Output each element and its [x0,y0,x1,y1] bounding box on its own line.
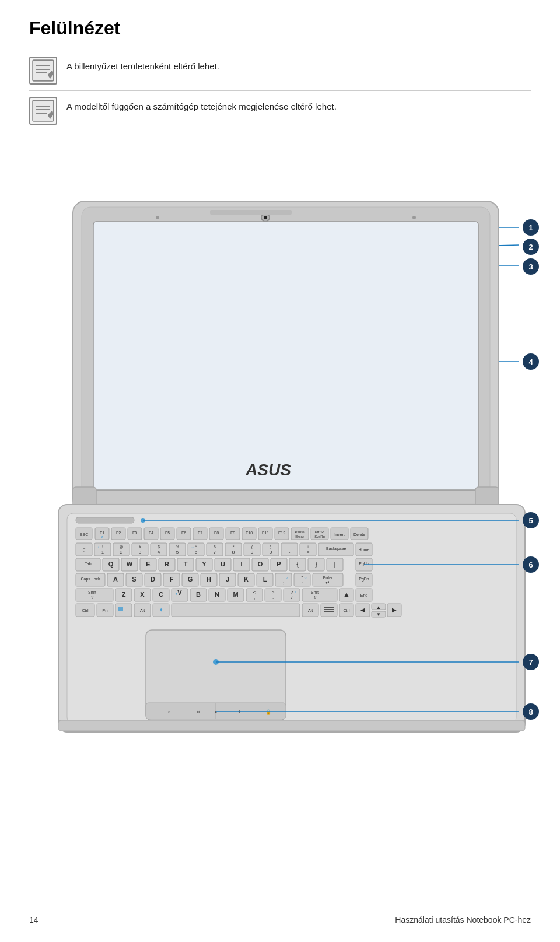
svg-marker-10 [48,111,54,119]
svg-text:W: W [127,561,133,568]
svg-text:): ) [270,545,271,549]
svg-text:Alt: Alt [308,608,313,612]
svg-text:4: 4 [528,358,533,366]
svg-text:5: 5 [528,516,533,525]
svg-text:Q: Q [108,561,114,568]
svg-text::: : [283,575,284,580]
svg-rect-240 [324,607,334,608]
svg-text:6: 6 [528,561,533,569]
svg-text:}: } [315,561,317,568]
svg-text:End: End [360,593,368,597]
svg-text:A: A [113,576,118,583]
svg-text:8: 8 [232,549,235,555]
diagram-area: 1 2 3 4 ASUS [0,137,560,793]
svg-text:2: 2 [528,243,533,251]
svg-text:Z: Z [122,591,126,598]
svg-text:▲: ▲ [376,605,381,610]
notes-section: A billentyűzet területenként eltérő lehe… [0,57,560,131]
svg-rect-241 [324,609,334,610]
svg-text:4: 4 [158,549,160,555]
svg-text:,: , [254,595,255,600]
svg-text:8: 8 [528,708,533,716]
svg-text:;: ; [283,580,284,586]
svg-text:Home: Home [359,548,370,552]
svg-text:Tab: Tab [85,562,91,566]
svg-text:☼: ☼ [191,545,194,549]
svg-text:&: & [214,545,216,549]
svg-text:0: 0 [270,549,272,555]
svg-text:!: ! [102,545,103,549]
svg-text:F8: F8 [214,531,219,535]
svg-text:Prt Sc: Prt Sc [315,530,324,534]
svg-text:#: # [139,545,141,549]
svg-text:T: T [184,561,188,568]
svg-text:✦: ✦ [159,607,163,613]
svg-text:>: > [272,590,275,595]
svg-text:▲: ▲ [343,590,350,598]
svg-text:Alt: Alt [140,608,145,612]
svg-text:G: G [188,576,193,583]
svg-text:F9: F9 [230,531,235,535]
svg-text:V: V [177,589,182,596]
footer-title: Használati utasítás Notebook PC-hez [395,915,531,925]
svg-text:F3: F3 [132,531,137,535]
svg-text:●: ● [175,592,177,596]
note-text-1: A billentyűzet területenként eltérő lehe… [66,57,219,73]
svg-text:3: 3 [139,549,142,555]
svg-text:$: $ [158,545,160,549]
svg-text:*: * [233,545,235,549]
svg-text:Caps Lock: Caps Lock [80,577,100,582]
page-title: Felülnézet [29,17,531,39]
svg-text:M: M [233,591,238,598]
note-text-2: A modelltől függően a számítógép tetején… [66,97,337,114]
svg-text:F7: F7 [198,531,202,535]
svg-point-29 [156,216,159,219]
svg-text:3: 3 [528,262,533,271]
svg-rect-0 [33,60,54,81]
svg-text:=: = [307,549,310,555]
svg-text:O: O [258,561,263,568]
svg-rect-268 [58,720,525,731]
footer-page-number: 14 [29,915,38,925]
svg-text:F11: F11 [262,531,269,535]
svg-text:7: 7 [528,658,533,667]
svg-text:Ctrl: Ctrl [82,608,89,612]
svg-text:i: i [98,545,99,549]
note-item-1: A billentyűzet területenként eltérő lehe… [29,57,531,91]
svg-text:+: + [307,545,309,549]
svg-text:%: % [176,545,179,549]
svg-text:F: F [170,576,174,583]
svg-text:F2: F2 [116,531,121,535]
svg-text:F12: F12 [278,531,285,535]
note-icon-2 [29,97,57,125]
svg-text:5: 5 [176,549,179,555]
svg-text:P: P [276,561,281,568]
note-icon-1 [29,57,57,85]
page-header: Felülnézet [0,0,560,57]
svg-text:E: E [146,561,150,568]
svg-text:←: ← [342,545,347,551]
svg-text:⇧: ⇧ [313,595,317,600]
svg-text:L: L [263,576,267,583]
svg-text:<: < [253,590,256,595]
svg-text:D: D [150,576,155,583]
svg-text:7: 7 [214,549,216,555]
svg-text:U: U [220,561,225,568]
svg-text:R: R [164,561,169,568]
laptop-illustration: 1 2 3 4 ASUS [41,143,519,787]
svg-text:@: @ [119,545,123,549]
svg-text:F10: F10 [246,531,253,535]
svg-point-27 [264,216,267,219]
svg-text:_: _ [288,545,290,549]
svg-text:Y: Y [202,561,206,568]
svg-text:.: . [272,595,274,600]
svg-text:PgUp: PgUp [359,562,369,566]
svg-point-30 [412,216,416,219]
svg-text:F6: F6 [181,531,186,535]
svg-text:1: 1 [528,223,533,232]
svg-text:`: ` [83,551,85,555]
svg-text:ASUS: ASUS [245,461,291,479]
svg-text:▶: ▶ [392,607,397,613]
svg-text:B: B [196,591,201,598]
svg-text:H: H [206,576,211,583]
